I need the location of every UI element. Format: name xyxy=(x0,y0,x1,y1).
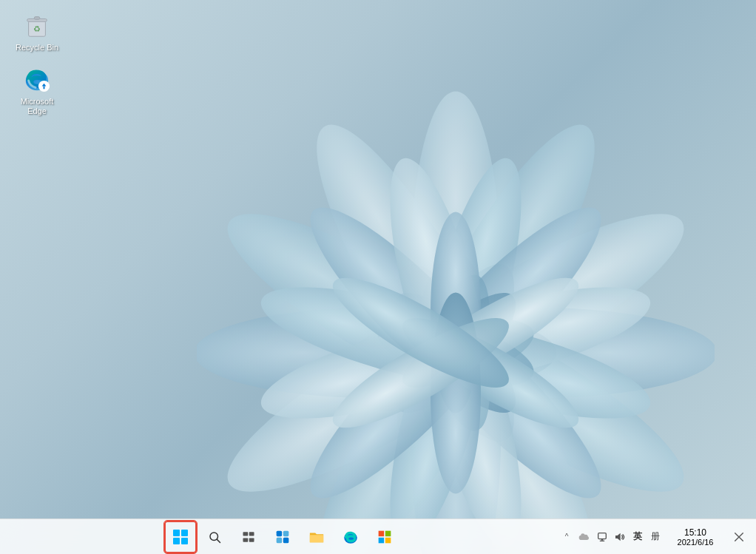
start-button[interactable] xyxy=(164,521,197,553)
taskbar: ^ xyxy=(0,518,756,554)
search-button[interactable] xyxy=(198,521,231,553)
svg-rect-41 xyxy=(249,532,254,536)
svg-rect-44 xyxy=(277,530,283,536)
cloud-icon xyxy=(578,532,590,542)
svg-marker-56 xyxy=(615,533,621,541)
notification-button[interactable] xyxy=(728,521,750,553)
task-view-icon xyxy=(242,530,255,544)
win-logo-tr xyxy=(181,530,188,536)
svg-rect-54 xyxy=(601,538,604,540)
svg-rect-42 xyxy=(243,538,249,541)
widgets-button[interactable] xyxy=(266,521,299,553)
file-explorer-icon xyxy=(308,529,325,545)
win-logo-br xyxy=(181,538,188,544)
clock-date: 2021/6/16 xyxy=(678,538,714,547)
store-icon xyxy=(377,530,392,544)
clock[interactable]: 15:10 2021/6/16 xyxy=(666,526,725,548)
svg-rect-46 xyxy=(277,537,283,543)
svg-rect-52 xyxy=(385,537,391,543)
desktop-icons-area: ♻ Recycle Bin xyxy=(7,7,67,120)
svg-rect-49 xyxy=(379,530,385,536)
svg-rect-55 xyxy=(600,540,605,541)
edge-image xyxy=(22,64,52,94)
svg-rect-50 xyxy=(385,530,391,536)
wallpaper xyxy=(197,51,715,554)
svg-line-39 xyxy=(217,539,220,542)
windows-logo xyxy=(173,530,188,544)
desktop: ♻ Recycle Bin xyxy=(0,0,756,554)
volume-tray-icon[interactable] xyxy=(612,530,627,544)
clock-time: 15:10 xyxy=(684,527,706,538)
volume-icon xyxy=(614,531,626,543)
system-tray: ^ xyxy=(559,530,663,544)
svg-rect-53 xyxy=(598,533,607,538)
win-logo-tl xyxy=(173,530,180,536)
svg-rect-51 xyxy=(379,537,385,543)
taskbar-center-items xyxy=(6,521,559,553)
recycle-bin-label: Recycle Bin xyxy=(16,43,58,53)
win-logo-bl xyxy=(173,538,180,544)
svg-rect-37 xyxy=(44,87,45,89)
store-button[interactable] xyxy=(368,521,401,553)
svg-text:♻: ♻ xyxy=(33,24,41,33)
recycle-bin-image: ♻ xyxy=(22,10,52,40)
network-tray-icon[interactable] xyxy=(595,530,610,544)
svg-rect-47 xyxy=(283,537,289,543)
svg-rect-45 xyxy=(283,530,289,536)
svg-rect-40 xyxy=(243,532,249,536)
widgets-icon xyxy=(275,530,290,544)
ime-tray-icon[interactable]: 册 xyxy=(648,530,663,544)
search-icon xyxy=(208,530,221,544)
system-tray-area: ^ xyxy=(559,521,750,553)
edge-label: Microsoft Edge xyxy=(10,97,64,116)
network-icon xyxy=(596,531,608,543)
notification-icon xyxy=(733,531,745,543)
recycle-bin-icon[interactable]: ♻ Recycle Bin xyxy=(7,7,67,55)
svg-rect-32 xyxy=(34,17,40,20)
svg-rect-43 xyxy=(249,538,254,541)
tray-overflow-button[interactable]: ^ xyxy=(559,530,574,544)
edge-taskbar-icon xyxy=(342,529,359,545)
task-view-button[interactable] xyxy=(232,521,265,553)
language-tray-icon[interactable]: 英 xyxy=(630,530,645,544)
onedrive-tray-icon[interactable] xyxy=(577,530,592,544)
file-explorer-button[interactable] xyxy=(300,521,333,553)
microsoft-edge-icon[interactable]: Microsoft Edge xyxy=(7,61,67,119)
edge-taskbar-button[interactable] xyxy=(334,521,367,553)
